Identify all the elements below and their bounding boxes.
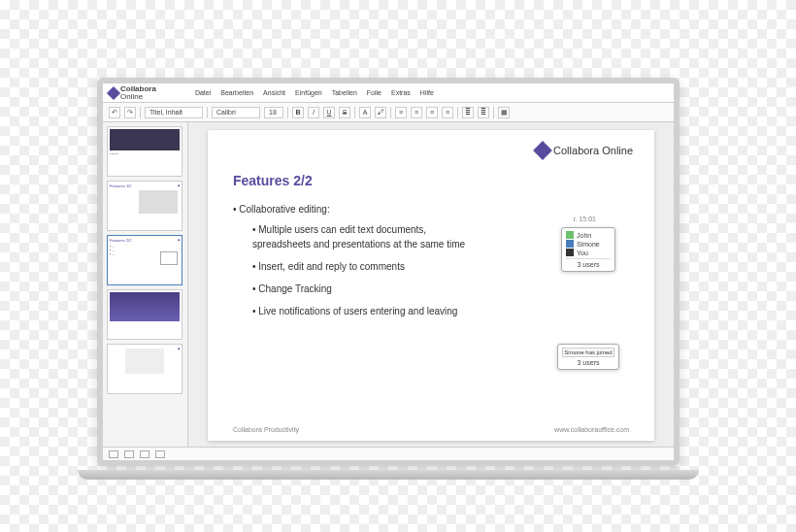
menu-help[interactable]: Hilfe: [420, 89, 434, 96]
highlight-button[interactable]: 🖍: [375, 107, 386, 118]
user-row-2: Simone: [566, 240, 611, 248]
slide-title[interactable]: Features 2/2: [233, 173, 629, 188]
slide-thumb-1[interactable]: • • • • •: [107, 126, 182, 177]
user-color-2: [566, 240, 574, 248]
menu-extras[interactable]: Extras: [391, 89, 411, 96]
align-left-button[interactable]: ≡: [395, 107, 407, 118]
insert-button[interactable]: ▦: [498, 107, 510, 118]
user-row-1: John: [566, 231, 611, 239]
undo-button[interactable]: ↶: [109, 107, 120, 118]
app-screen: Collabora Online Datei Bearbeiten Ansich…: [103, 83, 674, 460]
view-sorter-icon[interactable]: [140, 450, 149, 458]
laptop-base: [78, 470, 699, 480]
menu-tables[interactable]: Tabellen: [332, 89, 357, 96]
fontsize-select[interactable]: 18: [264, 107, 283, 118]
status-bar: [103, 447, 674, 460]
fontcolor-button[interactable]: A: [359, 107, 371, 118]
menu-view[interactable]: Ansicht: [263, 89, 285, 96]
user-color-1: [566, 231, 574, 239]
thumb3-title: Features 2/2: [110, 238, 180, 243]
sub-bullet-1: Multiple users can edit text documents, …: [252, 222, 466, 251]
menu-bar: Datei Bearbeiten Ansicht Einfügen Tabell…: [195, 89, 434, 96]
align-right-button[interactable]: ≡: [426, 107, 438, 118]
view-present-icon[interactable]: [155, 450, 165, 458]
strike-button[interactable]: S: [339, 107, 350, 118]
brand-line2: Online: [120, 93, 156, 101]
toolbar: ↶ ↷ Titel, Inhalt Calibri 18 B I U S A 🖍…: [103, 103, 674, 122]
align-center-button[interactable]: ≡: [411, 107, 422, 118]
slide-thumb-5[interactable]: ◆: [107, 344, 182, 394]
slide-logo-text: Collabora Online: [553, 145, 633, 156]
cursor-timestamp: r. 15:01: [574, 216, 596, 222]
layout-select[interactable]: Titel, Inhalt: [145, 107, 203, 118]
user-row-3: You: [566, 249, 611, 256]
slide-canvas[interactable]: Collabora Online Features 2/2 Collaborat…: [208, 130, 654, 441]
slide-canvas-area: Collabora Online Features 2/2 Collaborat…: [188, 122, 674, 447]
number-list-button[interactable]: ≣: [478, 107, 489, 118]
footer-left: Collabora Productivity: [233, 426, 299, 433]
slide-thumb-3-active[interactable]: ◆ Features 2/2 • …• …• …: [107, 235, 182, 285]
view-outline-icon[interactable]: [124, 450, 134, 458]
logo-icon: [107, 85, 120, 99]
app-logo: Collabora Online: [109, 85, 156, 101]
bullet-list-button[interactable]: ≣: [462, 107, 474, 118]
thumb2-title: Features 1/2: [110, 183, 180, 188]
view-normal-icon[interactable]: [109, 450, 118, 458]
workspace: • • • • • ◆ Features 1/2 ◆ Features 2/2 …: [103, 122, 674, 447]
bullet-main: Collaborative editing:: [233, 202, 629, 216]
laptop-frame: Collabora Online Datei Bearbeiten Ansich…: [97, 78, 680, 466]
menu-edit[interactable]: Bearbeiten: [220, 89, 253, 96]
notify-text: Simone has joined: [562, 348, 614, 357]
notify-users-count[interactable]: 3 users: [562, 359, 614, 366]
header-bar: Collabora Online Datei Bearbeiten Ansich…: [103, 83, 674, 103]
align-justify-button[interactable]: ≡: [442, 107, 453, 118]
users-count[interactable]: 3 users: [566, 258, 611, 268]
user-name-2: Simone: [577, 241, 600, 248]
menu-file[interactable]: Datei: [195, 89, 211, 96]
slide-thumb-2[interactable]: ◆ Features 1/2: [107, 181, 182, 231]
menu-insert[interactable]: Einfügen: [295, 89, 322, 96]
slide-panel: • • • • • ◆ Features 1/2 ◆ Features 2/2 …: [103, 122, 188, 447]
redo-button[interactable]: ↷: [124, 107, 136, 118]
slide-thumb-4[interactable]: [107, 289, 182, 340]
slide-footer: Collabora Productivity www.collaboraoffi…: [233, 426, 629, 433]
menu-slide[interactable]: Folie: [367, 89, 381, 96]
sub-bullet-3: Change Tracking: [252, 282, 629, 296]
user-name-3: You: [577, 249, 588, 256]
italic-button[interactable]: I: [308, 107, 319, 118]
slide-logo-icon: [533, 141, 552, 160]
slide-logo: Collabora Online: [536, 144, 633, 157]
footer-right: www.collaboraoffice.com: [554, 426, 629, 433]
user-color-3: [566, 249, 574, 256]
underline-button[interactable]: U: [323, 107, 335, 118]
bold-button[interactable]: B: [292, 107, 304, 118]
user-name-1: John: [577, 232, 591, 239]
sub-bullet-4: Live notifications of users entering and…: [252, 304, 485, 318]
font-select[interactable]: Calibri: [212, 107, 260, 118]
notify-popover[interactable]: Simone has joined 3 users: [557, 344, 619, 370]
users-popover[interactable]: John Simone You 3 users: [561, 227, 615, 272]
